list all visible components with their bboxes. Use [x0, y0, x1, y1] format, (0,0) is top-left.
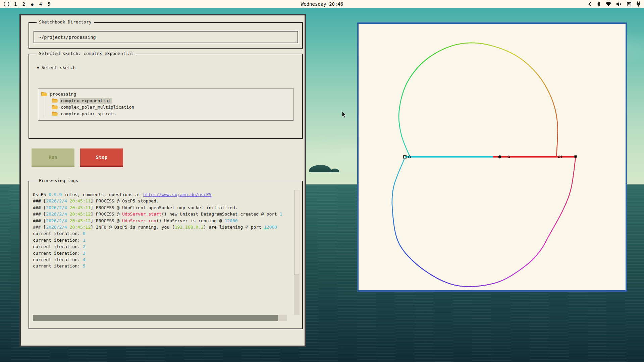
- complex-exponential-canvas: [359, 24, 626, 290]
- tree-root-label: processing: [49, 91, 77, 97]
- processing-launcher-window: Sketchbook Directory ~/projects/processi…: [19, 14, 306, 347]
- scrollbar-thumb[interactable]: [294, 190, 299, 275]
- tree-item-label: complex_exponential: [60, 98, 112, 104]
- log-line: current iteration: 0: [33, 230, 286, 237]
- point-marker: [575, 156, 577, 158]
- desktop: { "taskbar": { "workspaces": [ { "label"…: [0, 0, 644, 362]
- folder-icon: [41, 92, 47, 96]
- processing-logs-label: Processing logs: [37, 178, 80, 183]
- tree-item-complex_polar_multiplication[interactable]: complex_polar_multiplication: [38, 104, 293, 111]
- folder-icon: [52, 112, 58, 116]
- sketch-canvas-window: [357, 22, 627, 292]
- log-line: ### [2026/2/4 20:45:11] PROCESS @ OscP5 …: [33, 198, 286, 204]
- mouse-cursor: [342, 111, 347, 118]
- wifi-icon[interactable]: [605, 2, 611, 6]
- log-line: current iteration: 2: [33, 243, 286, 250]
- log-horizontal-scrollbar[interactable]: [33, 315, 287, 321]
- sketch-tree: processingcomplex_exponentialcomplex_pol…: [38, 88, 293, 121]
- sketchbook-directory-value: ~/projects/processing: [39, 35, 96, 40]
- power-plug-icon[interactable]: [636, 1, 641, 7]
- point-marker: [498, 156, 501, 159]
- selected-sketch-label: Selected sketch: complex_exponential: [37, 51, 136, 56]
- selected-sketch-group: Selected sketch: complex_exponential ▼Se…: [29, 54, 303, 139]
- tree-item-complex_polar_spirals[interactable]: complex_polar_spirals: [38, 111, 293, 117]
- chevron-left-icon[interactable]: [588, 2, 592, 7]
- log-line: ### [2026/2/4 20:45:12] INFO @ OscP5 is …: [33, 224, 286, 230]
- run-button[interactable]: Run: [32, 148, 74, 167]
- log-line: current iteration: 4: [33, 256, 286, 263]
- log-vertical-scrollbar[interactable]: [294, 190, 300, 315]
- sketchbook-directory-group: Sketchbook Directory ~/projects/processi…: [29, 22, 303, 49]
- tree-item-label: complex_polar_multiplication: [60, 104, 135, 110]
- log-line: current iteration: 3: [33, 250, 286, 256]
- log-line: OscP5 0.9.9 infos, comments, questions a…: [33, 191, 286, 198]
- chevron-down-icon: ▼: [37, 66, 39, 70]
- sketchbook-directory-label: Sketchbook Directory: [37, 19, 94, 24]
- log-line: current iteration: 5: [33, 263, 286, 269]
- tree-item-processing[interactable]: processing: [38, 91, 293, 98]
- cpu-icon[interactable]: [627, 2, 632, 7]
- log-output[interactable]: OscP5 0.9.9 infos, comments, questions a…: [33, 191, 286, 312]
- bluetooth-icon[interactable]: [597, 1, 601, 7]
- log-line: current iteration: 1: [33, 237, 286, 243]
- clock: Wednesday 20:46: [0, 1, 644, 7]
- folder-icon: [52, 99, 58, 103]
- log-line: ### [2026/2/4 20:45:12] PROCESS @ UdpSer…: [33, 218, 286, 224]
- log-line: ### [2026/2/4 20:45:11] PROCESS @ UdpCli…: [33, 204, 286, 211]
- select-sketch-expander[interactable]: ▼Select sketch: [37, 65, 75, 70]
- log-line: ### [2026/2/4 20:45:12] PROCESS @ UdpSer…: [33, 211, 286, 217]
- sketchbook-directory-input[interactable]: ~/projects/processing: [34, 31, 298, 43]
- volume-icon[interactable]: [616, 2, 622, 7]
- tree-item-label: complex_polar_spirals: [60, 111, 117, 117]
- select-sketch-expander-label: Select sketch: [42, 65, 76, 70]
- processing-logs-group: Processing logs OscP5 0.9.9 infos, comme…: [29, 181, 303, 329]
- folder-icon: [52, 105, 58, 109]
- status-bar: 12●45 Wednesday 20:46: [0, 0, 644, 8]
- stop-button[interactable]: Stop: [80, 148, 123, 167]
- wallpaper-island: [330, 169, 339, 172]
- tree-item-complex_exponential[interactable]: complex_exponential: [38, 98, 293, 104]
- scrollbar-thumb[interactable]: [33, 315, 278, 321]
- system-tray: [588, 0, 644, 8]
